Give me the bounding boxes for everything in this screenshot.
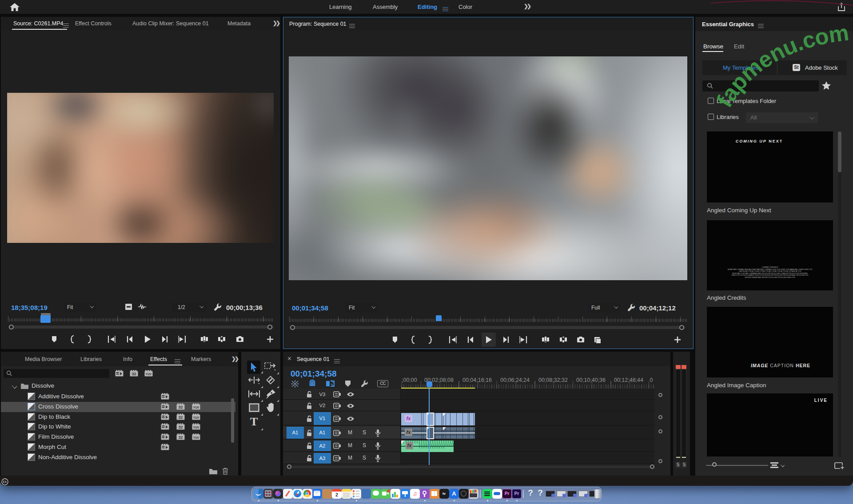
svg-text:YUV: YUV — [193, 426, 199, 429]
svg-text:YUV: YUV — [193, 416, 199, 419]
svg-text:fapmenu.com: fapmenu.com — [711, 20, 850, 112]
svg-text:32: 32 — [178, 425, 183, 429]
svg-text:YUV: YUV — [193, 406, 199, 409]
svg-text:32: 32 — [132, 372, 136, 376]
svg-text:32: 32 — [178, 435, 183, 440]
svg-text:YUV: YUV — [193, 436, 199, 439]
svg-text:32: 32 — [178, 415, 183, 420]
svg-text:32: 32 — [178, 405, 183, 409]
svg-text:YUV: YUV — [146, 373, 152, 376]
